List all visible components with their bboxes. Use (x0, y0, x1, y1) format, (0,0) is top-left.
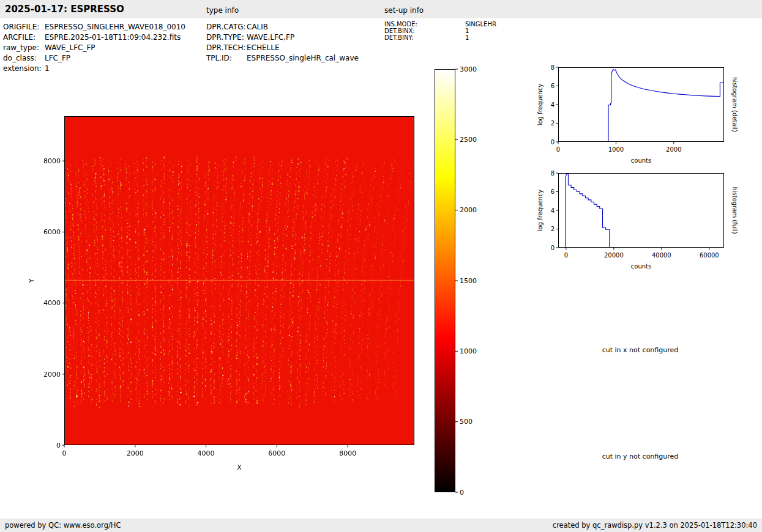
type-info-heading: type info (206, 6, 239, 15)
histogram-full-chart: 020000400006000002468countslog frequency… (531, 168, 744, 277)
svg-text:8000: 8000 (43, 157, 61, 165)
svg-text:500: 500 (460, 418, 473, 426)
meta-row: DPR.CATG:CALIB (206, 22, 359, 32)
svg-text:2000: 2000 (127, 449, 144, 457)
svg-text:8: 8 (551, 170, 555, 177)
meta-value: ESPRE.2025-01-18T11:09:04.232.fits (45, 32, 181, 43)
svg-text:0: 0 (62, 449, 67, 457)
meta-row: INS.MODE:SINGLEHR (384, 21, 496, 28)
svg-text:histogram (detail): histogram (detail) (731, 77, 738, 132)
svg-text:1000: 1000 (608, 146, 624, 153)
meta-label: DET.BINY: (384, 34, 465, 41)
svg-text:2: 2 (551, 120, 555, 127)
svg-text:0: 0 (551, 139, 555, 146)
meta-row: DET.BINY:1 (384, 34, 496, 41)
svg-text:counts: counts (631, 157, 651, 164)
meta-row: do_class:LFC_FP (3, 53, 185, 64)
svg-text:0: 0 (460, 489, 464, 497)
svg-text:4000: 4000 (198, 449, 215, 457)
svg-text:6: 6 (551, 83, 555, 89)
svg-text:4: 4 (551, 207, 555, 214)
colorbar (435, 69, 455, 492)
svg-text:2000: 2000 (43, 371, 61, 379)
meta-value: 1 (465, 28, 469, 34)
histogram-detail-chart: 01000200002468countslog frequencyhistogr… (531, 62, 744, 171)
svg-text:20000: 20000 (604, 252, 624, 259)
svg-text:6000: 6000 (268, 449, 285, 457)
svg-text:6: 6 (551, 188, 555, 195)
file-info-block: ORIGFILE:ESPRESSO_SINGLEHR_WAVE018_0010A… (3, 22, 185, 74)
page-title: 2025-01-17: ESPRESSO (5, 4, 124, 15)
meta-row: raw_type:WAVE_LFC_FP (3, 43, 185, 53)
meta-label: TPL.ID: (206, 53, 247, 64)
svg-text:6000: 6000 (43, 228, 61, 236)
svg-text:1000: 1000 (460, 347, 477, 355)
header-bar: 2025-01-17: ESPRESSO type info set-up in… (0, 0, 762, 18)
meta-row: DPR.TECH:ECHELLE (206, 43, 359, 53)
svg-text:2000: 2000 (666, 146, 681, 153)
meta-label: raw_type: (3, 43, 45, 53)
cut-y-note: cut in y not configured (567, 453, 714, 460)
svg-text:log frequency: log frequency (537, 190, 543, 232)
svg-text:8: 8 (551, 64, 555, 71)
svg-text:4000: 4000 (43, 299, 61, 307)
meta-label: DPR.TECH: (206, 43, 247, 53)
svg-text:histogram (full): histogram (full) (731, 187, 738, 234)
setup-info-block: INS.MODE:SINGLEHRDET.BINX:1DET.BINY:1 (384, 21, 496, 41)
svg-text:0: 0 (551, 245, 555, 251)
svg-text:2: 2 (551, 226, 555, 232)
footer-left: powered by QC: www.eso.org/HC (5, 521, 121, 530)
meta-label: do_class: (3, 53, 45, 64)
meta-row: DPR.TYPE:WAVE,LFC,FP (206, 32, 359, 43)
meta-value: LFC_FP (45, 53, 70, 64)
svg-text:1500: 1500 (460, 277, 477, 285)
cut-x-note: cut in x not configured (567, 346, 714, 354)
meta-row: DET.BINX:1 (384, 28, 496, 34)
meta-value: WAVE_LFC_FP (45, 43, 95, 53)
svg-text:0: 0 (56, 441, 61, 449)
meta-value: CALIB (247, 22, 268, 32)
setup-info-heading: set-up info (384, 6, 424, 15)
meta-label: extension: (3, 64, 45, 74)
meta-row: TPL.ID:ESPRESSO_singleHR_cal_wave (206, 53, 359, 64)
colorbar-scale: 050010001500200025003000 (455, 66, 485, 495)
meta-value: ESPRESSO_SINGLEHR_WAVE018_0010 (45, 22, 185, 32)
svg-text:Y: Y (28, 278, 35, 283)
meta-value: 1 (45, 64, 50, 74)
svg-text:2000: 2000 (460, 206, 477, 214)
svg-text:8000: 8000 (339, 449, 356, 457)
meta-row: ARCFILE:ESPRE.2025-01-18T11:09:04.232.fi… (3, 32, 185, 43)
meta-label: DPR.CATG: (206, 22, 247, 32)
meta-row: ORIGFILE:ESPRESSO_SINGLEHR_WAVE018_0010 (3, 22, 185, 32)
meta-label: DPR.TYPE: (206, 32, 247, 43)
meta-value: WAVE,LFC,FP (247, 32, 294, 43)
footer-bar: powered by QC: www.eso.org/HC created by… (0, 519, 762, 532)
svg-text:log frequency: log frequency (537, 84, 543, 126)
svg-text:60000: 60000 (700, 252, 719, 259)
svg-text:40000: 40000 (652, 252, 671, 259)
svg-text:4: 4 (551, 102, 555, 108)
svg-text:0: 0 (556, 146, 560, 153)
svg-text:2500: 2500 (460, 136, 477, 144)
svg-text:X: X (237, 464, 242, 471)
svg-text:3000: 3000 (460, 65, 477, 73)
meta-label: ORIGFILE: (3, 22, 45, 32)
meta-value: 1 (465, 34, 469, 41)
meta-label: ARCFILE: (3, 32, 45, 43)
meta-value: ECHELLE (247, 43, 280, 53)
footer-right: created by qc_rawdisp.py v1.2.3 on 2025-… (553, 521, 757, 530)
meta-value: SINGLEHR (465, 21, 496, 28)
meta-label: INS.MODE: (384, 21, 465, 28)
meta-label: DET.BINX: (384, 28, 465, 34)
svg-text:counts: counts (631, 263, 651, 270)
meta-row: extension:1 (3, 64, 185, 74)
raw-frame-axes: 0200040006000800002000400060008000XY (24, 110, 424, 482)
meta-value: ESPRESSO_singleHR_cal_wave (247, 53, 359, 64)
type-info-block: DPR.CATG:CALIBDPR.TYPE:WAVE,LFC,FPDPR.TE… (206, 22, 359, 64)
svg-text:0: 0 (564, 252, 568, 259)
